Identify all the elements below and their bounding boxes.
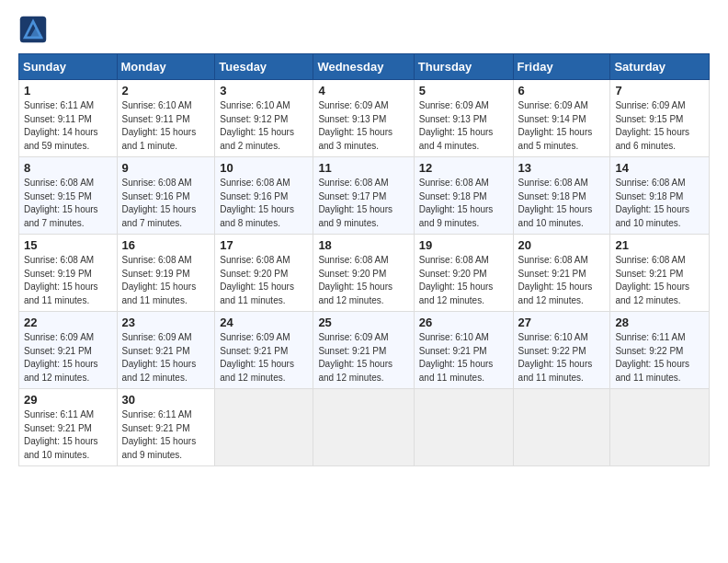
day-info: Sunrise: 6:08 AMSunset: 9:18 PMDaylight:…	[518, 177, 606, 230]
calendar-cell: 2Sunrise: 6:10 AMSunset: 9:11 PMDaylight…	[117, 80, 215, 157]
day-info: Sunrise: 6:10 AMSunset: 9:11 PMDaylight:…	[122, 99, 210, 153]
calendar-cell: 15Sunrise: 6:08 AMSunset: 9:19 PMDayligh…	[19, 235, 118, 312]
day-number: 16	[122, 238, 210, 252]
calendar-cell: 14Sunrise: 6:08 AMSunset: 9:18 PMDayligh…	[610, 157, 710, 235]
day-info: Sunrise: 6:08 AMSunset: 9:16 PMDaylight:…	[122, 177, 210, 230]
calendar-week-3: 15Sunrise: 6:08 AMSunset: 9:19 PMDayligh…	[19, 235, 710, 312]
logo-icon	[18, 15, 48, 44]
calendar-week-4: 22Sunrise: 6:09 AMSunset: 9:21 PMDayligh…	[19, 312, 710, 389]
calendar-week-1: 1Sunrise: 6:11 AMSunset: 9:11 PMDaylight…	[19, 80, 710, 157]
header	[18, 15, 710, 44]
day-info: Sunrise: 6:08 AMSunset: 9:20 PMDaylight:…	[419, 254, 508, 307]
calendar-cell: 17Sunrise: 6:08 AMSunset: 9:20 PMDayligh…	[215, 235, 313, 312]
day-info: Sunrise: 6:08 AMSunset: 9:21 PMDaylight:…	[615, 254, 704, 307]
day-number: 26	[419, 316, 508, 329]
calendar-cell: 28Sunrise: 6:11 AMSunset: 9:22 PMDayligh…	[610, 312, 710, 389]
day-info: Sunrise: 6:08 AMSunset: 9:18 PMDaylight:…	[615, 177, 704, 230]
calendar-week-2: 8Sunrise: 6:08 AMSunset: 9:15 PMDaylight…	[19, 157, 710, 235]
calendar-cell: 29Sunrise: 6:11 AMSunset: 9:21 PMDayligh…	[19, 389, 118, 466]
day-number: 15	[24, 238, 112, 252]
day-number: 10	[220, 161, 308, 175]
day-info: Sunrise: 6:09 AMSunset: 9:13 PMDaylight:…	[318, 99, 408, 153]
day-number: 12	[419, 161, 508, 175]
day-info: Sunrise: 6:09 AMSunset: 9:21 PMDaylight:…	[220, 331, 308, 385]
calendar: SundayMondayTuesdayWednesdayThursdayFrid…	[18, 53, 710, 466]
day-number: 2	[122, 84, 210, 98]
day-number: 7	[615, 84, 704, 98]
day-info: Sunrise: 6:08 AMSunset: 9:21 PMDaylight:…	[518, 254, 606, 307]
day-info: Sunrise: 6:09 AMSunset: 9:21 PMDaylight:…	[318, 331, 408, 385]
day-number: 28	[615, 316, 704, 329]
day-info: Sunrise: 6:08 AMSunset: 9:20 PMDaylight:…	[318, 254, 408, 307]
calendar-cell: 7Sunrise: 6:09 AMSunset: 9:15 PMDaylight…	[610, 80, 710, 157]
day-number: 23	[122, 316, 210, 329]
day-number: 20	[518, 238, 606, 252]
day-info: Sunrise: 6:09 AMSunset: 9:21 PMDaylight:…	[24, 331, 112, 385]
calendar-cell: 24Sunrise: 6:09 AMSunset: 9:21 PMDayligh…	[215, 312, 313, 389]
calendar-cell	[513, 389, 610, 466]
calendar-cell: 22Sunrise: 6:09 AMSunset: 9:21 PMDayligh…	[19, 312, 118, 389]
day-header-saturday: Saturday	[610, 54, 710, 80]
page: SundayMondayTuesdayWednesdayThursdayFrid…	[0, 0, 728, 563]
calendar-cell: 25Sunrise: 6:09 AMSunset: 9:21 PMDayligh…	[313, 312, 414, 389]
day-info: Sunrise: 6:08 AMSunset: 9:20 PMDaylight:…	[220, 254, 308, 307]
day-number: 17	[220, 238, 308, 252]
calendar-cell: 3Sunrise: 6:10 AMSunset: 9:12 PMDaylight…	[215, 80, 313, 157]
day-header-wednesday: Wednesday	[313, 54, 414, 80]
day-number: 29	[24, 393, 112, 407]
calendar-cell: 11Sunrise: 6:08 AMSunset: 9:17 PMDayligh…	[313, 157, 414, 235]
day-number: 21	[615, 238, 704, 252]
calendar-week-5: 29Sunrise: 6:11 AMSunset: 9:21 PMDayligh…	[19, 389, 710, 466]
day-info: Sunrise: 6:09 AMSunset: 9:15 PMDaylight:…	[615, 99, 704, 153]
day-info: Sunrise: 6:08 AMSunset: 9:15 PMDaylight:…	[24, 177, 112, 230]
day-header-thursday: Thursday	[414, 54, 513, 80]
day-info: Sunrise: 6:11 AMSunset: 9:21 PMDaylight:…	[122, 408, 210, 462]
calendar-cell	[414, 389, 513, 466]
calendar-cell: 4Sunrise: 6:09 AMSunset: 9:13 PMDaylight…	[313, 80, 414, 157]
day-number: 24	[220, 316, 308, 329]
calendar-cell: 6Sunrise: 6:09 AMSunset: 9:14 PMDaylight…	[513, 80, 610, 157]
day-number: 19	[419, 238, 508, 252]
calendar-cell: 13Sunrise: 6:08 AMSunset: 9:18 PMDayligh…	[513, 157, 610, 235]
calendar-cell: 8Sunrise: 6:08 AMSunset: 9:15 PMDaylight…	[19, 157, 118, 235]
day-info: Sunrise: 6:09 AMSunset: 9:21 PMDaylight:…	[122, 331, 210, 385]
calendar-cell: 30Sunrise: 6:11 AMSunset: 9:21 PMDayligh…	[117, 389, 215, 466]
day-info: Sunrise: 6:11 AMSunset: 9:22 PMDaylight:…	[615, 331, 704, 385]
day-number: 9	[122, 161, 210, 175]
logo	[18, 15, 51, 44]
day-info: Sunrise: 6:08 AMSunset: 9:17 PMDaylight:…	[318, 177, 408, 230]
calendar-cell	[215, 389, 313, 466]
day-header-sunday: Sunday	[19, 54, 118, 80]
calendar-cell: 16Sunrise: 6:08 AMSunset: 9:19 PMDayligh…	[117, 235, 215, 312]
calendar-cell: 10Sunrise: 6:08 AMSunset: 9:16 PMDayligh…	[215, 157, 313, 235]
calendar-cell: 21Sunrise: 6:08 AMSunset: 9:21 PMDayligh…	[610, 235, 710, 312]
day-header-tuesday: Tuesday	[215, 54, 313, 80]
calendar-cell: 19Sunrise: 6:08 AMSunset: 9:20 PMDayligh…	[414, 235, 513, 312]
day-info: Sunrise: 6:08 AMSunset: 9:16 PMDaylight:…	[220, 177, 308, 230]
day-info: Sunrise: 6:10 AMSunset: 9:22 PMDaylight:…	[518, 331, 606, 385]
day-number: 22	[24, 316, 112, 329]
day-info: Sunrise: 6:10 AMSunset: 9:12 PMDaylight:…	[220, 99, 308, 153]
day-info: Sunrise: 6:10 AMSunset: 9:21 PMDaylight:…	[419, 331, 508, 385]
day-number: 4	[318, 84, 408, 98]
day-number: 8	[24, 161, 112, 175]
day-number: 1	[24, 84, 112, 98]
calendar-cell: 5Sunrise: 6:09 AMSunset: 9:13 PMDaylight…	[414, 80, 513, 157]
calendar-cell: 12Sunrise: 6:08 AMSunset: 9:18 PMDayligh…	[414, 157, 513, 235]
calendar-cell: 18Sunrise: 6:08 AMSunset: 9:20 PMDayligh…	[313, 235, 414, 312]
day-number: 18	[318, 238, 408, 252]
day-number: 30	[122, 393, 210, 407]
calendar-cell: 27Sunrise: 6:10 AMSunset: 9:22 PMDayligh…	[513, 312, 610, 389]
day-info: Sunrise: 6:09 AMSunset: 9:14 PMDaylight:…	[518, 99, 606, 153]
calendar-cell	[313, 389, 414, 466]
day-number: 6	[518, 84, 606, 98]
day-info: Sunrise: 6:11 AMSunset: 9:11 PMDaylight:…	[24, 99, 112, 153]
calendar-cell: 9Sunrise: 6:08 AMSunset: 9:16 PMDaylight…	[117, 157, 215, 235]
calendar-cell: 20Sunrise: 6:08 AMSunset: 9:21 PMDayligh…	[513, 235, 610, 312]
day-number: 3	[220, 84, 308, 98]
day-info: Sunrise: 6:08 AMSunset: 9:19 PMDaylight:…	[122, 254, 210, 307]
calendar-cell: 26Sunrise: 6:10 AMSunset: 9:21 PMDayligh…	[414, 312, 513, 389]
day-info: Sunrise: 6:08 AMSunset: 9:18 PMDaylight:…	[419, 177, 508, 230]
calendar-cell: 1Sunrise: 6:11 AMSunset: 9:11 PMDaylight…	[19, 80, 118, 157]
day-header-monday: Monday	[117, 54, 215, 80]
